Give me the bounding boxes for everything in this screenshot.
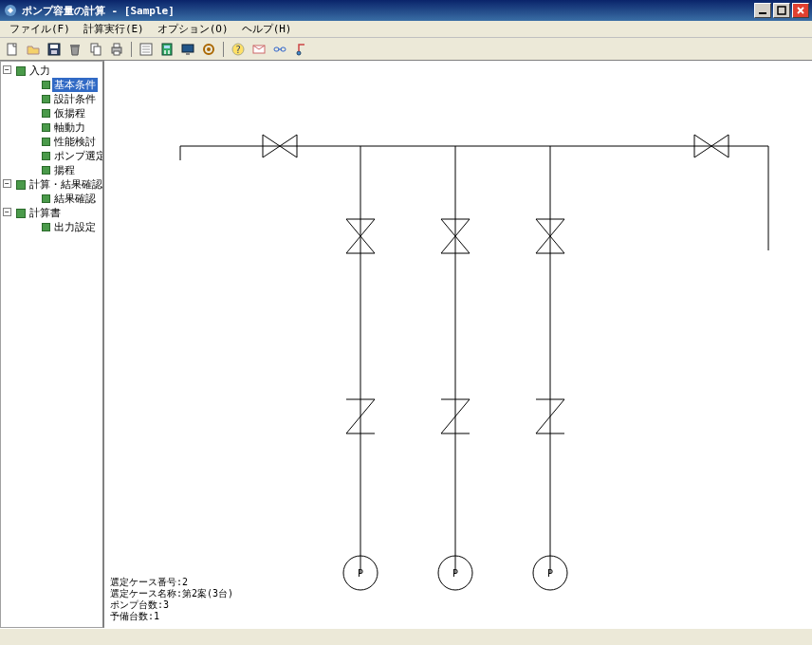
tree-item-pump-select[interactable]: ポンプ選定 bbox=[41, 149, 101, 163]
tree-label: 基本条件 bbox=[52, 78, 98, 92]
svg-rect-20 bbox=[182, 45, 194, 52]
pump-label: P bbox=[452, 568, 458, 579]
tree-item-basic[interactable]: 基本条件 bbox=[41, 78, 101, 92]
tree-label: 設計条件 bbox=[52, 92, 98, 106]
folder-icon bbox=[16, 180, 26, 190]
item-icon bbox=[41, 194, 50, 204]
svg-rect-21 bbox=[186, 53, 190, 55]
svg-rect-1 bbox=[759, 12, 766, 14]
close-button[interactable] bbox=[792, 3, 809, 18]
tree-label: 計算書 bbox=[28, 206, 63, 220]
item-icon bbox=[41, 123, 50, 133]
piping-diagram: P P P bbox=[104, 61, 806, 628]
tree-toggle[interactable]: − bbox=[3, 179, 11, 188]
tree-label: 仮揚程 bbox=[52, 106, 87, 120]
footer-line: 選定ケース名称:第2案(3台) bbox=[110, 588, 233, 599]
tree-panel: − 入力 基本条件 設計条件 仮揚程 軸動力 性能検討 ポンプ選定 揚程 bbox=[0, 61, 104, 628]
tree-label: 軸動力 bbox=[52, 120, 87, 135]
item-icon bbox=[41, 223, 50, 232]
tree-toggle[interactable]: − bbox=[3, 65, 11, 74]
tree-label: 性能検討 bbox=[52, 135, 98, 149]
status-bar bbox=[0, 628, 812, 645]
minimize-button[interactable] bbox=[754, 3, 771, 18]
tree-node-input[interactable]: 入力 bbox=[16, 64, 101, 78]
delete-icon[interactable] bbox=[66, 41, 83, 58]
svg-point-18 bbox=[164, 52, 166, 54]
item-icon bbox=[41, 109, 50, 119]
list-icon[interactable] bbox=[138, 41, 155, 58]
tree-label: 計算・結果確認 bbox=[28, 177, 104, 192]
tree-label: 結果確認 bbox=[52, 192, 98, 206]
footer-line: 予備台数:1 bbox=[110, 611, 233, 622]
tree-label: ポンプ選定 bbox=[52, 149, 104, 163]
footer-line: 選定ケース番号:2 bbox=[110, 577, 233, 588]
svg-rect-6 bbox=[51, 50, 57, 54]
svg-rect-15 bbox=[164, 46, 170, 48]
svg-point-23 bbox=[207, 47, 211, 51]
app-icon bbox=[3, 3, 18, 18]
title-bar: ポンプ容量の計算 - [Sample] bbox=[0, 0, 812, 21]
svg-rect-11 bbox=[114, 44, 120, 47]
svg-point-29 bbox=[297, 51, 301, 55]
tree-item-shaft[interactable]: 軸動力 bbox=[41, 120, 101, 135]
tree-label: 揚程 bbox=[52, 163, 77, 177]
tree-label: 出力設定 bbox=[52, 220, 98, 234]
folder-icon bbox=[16, 209, 26, 218]
toolbar-separator bbox=[223, 42, 224, 57]
folder-icon bbox=[16, 66, 26, 76]
tree-item-output[interactable]: 出力設定 bbox=[41, 220, 101, 234]
monitor-icon[interactable] bbox=[179, 41, 196, 58]
tree-node-report[interactable]: 計算書 bbox=[16, 206, 101, 220]
print-icon[interactable] bbox=[108, 41, 125, 58]
menu-bar: ファイル(F) 計算実行(E) オプション(O) ヘルプ(H) bbox=[0, 21, 812, 38]
svg-rect-14 bbox=[162, 44, 172, 55]
tree-node-calc[interactable]: 計算・結果確認 bbox=[16, 177, 101, 192]
save-icon[interactable] bbox=[46, 41, 63, 58]
pump-label: P bbox=[547, 568, 553, 579]
menu-file[interactable]: ファイル(F) bbox=[4, 21, 76, 37]
menu-calc[interactable]: 計算実行(E) bbox=[78, 21, 150, 37]
calculate-icon[interactable] bbox=[158, 41, 175, 58]
copy-icon[interactable] bbox=[87, 41, 104, 58]
tool-icon[interactable] bbox=[292, 41, 309, 58]
help-icon[interactable]: ? bbox=[230, 41, 247, 58]
footer-line: ポンプ台数:3 bbox=[110, 599, 233, 611]
svg-point-19 bbox=[168, 52, 170, 54]
tree-item-performance[interactable]: 性能検討 bbox=[41, 135, 101, 149]
svg-rect-7 bbox=[70, 45, 80, 46]
item-icon bbox=[41, 166, 50, 175]
toolbar: / ? bbox=[0, 38, 812, 61]
diagram-canvas: P P P 選定ケース番号:2 選定ケース名称:第2案(3台) ポンプ台数:3 … bbox=[104, 61, 812, 628]
item-icon bbox=[41, 152, 50, 161]
svg-rect-9 bbox=[94, 46, 101, 55]
tree-label: 入力 bbox=[28, 64, 52, 78]
tree-item-result[interactable]: 結果確認 bbox=[41, 192, 101, 206]
item-icon bbox=[41, 81, 50, 90]
link-icon[interactable] bbox=[271, 41, 288, 58]
item-icon bbox=[41, 138, 50, 147]
item-icon bbox=[41, 95, 50, 104]
new-file-icon[interactable] bbox=[4, 41, 21, 58]
pump-label: P bbox=[358, 568, 363, 579]
menu-help[interactable]: ヘルプ(H) bbox=[236, 21, 298, 37]
toolbar-separator bbox=[131, 42, 132, 57]
info-icon[interactable] bbox=[250, 41, 268, 58]
diagram-footer: 選定ケース番号:2 選定ケース名称:第2案(3台) ポンプ台数:3 予備台数:1 bbox=[110, 577, 233, 622]
tree-item-design[interactable]: 設計条件 bbox=[41, 92, 101, 106]
svg-rect-5 bbox=[50, 45, 58, 48]
maximize-button[interactable] bbox=[773, 3, 790, 18]
window-title: ポンプ容量の計算 - [Sample] bbox=[22, 4, 754, 18]
tree-toggle[interactable]: − bbox=[3, 208, 11, 216]
svg-rect-2 bbox=[778, 7, 785, 14]
tree-item-head[interactable]: 揚程 bbox=[41, 163, 101, 177]
tree-item-provisional[interactable]: 仮揚程 bbox=[41, 106, 101, 120]
settings-icon[interactable] bbox=[200, 41, 217, 58]
svg-point-16 bbox=[164, 50, 166, 52]
svg-rect-3 bbox=[8, 44, 16, 55]
menu-option[interactable]: オプション(O) bbox=[152, 21, 234, 37]
svg-text:?: ? bbox=[235, 45, 241, 55]
svg-point-17 bbox=[168, 50, 170, 52]
open-file-icon[interactable]: / bbox=[25, 41, 42, 58]
svg-rect-12 bbox=[114, 51, 120, 55]
